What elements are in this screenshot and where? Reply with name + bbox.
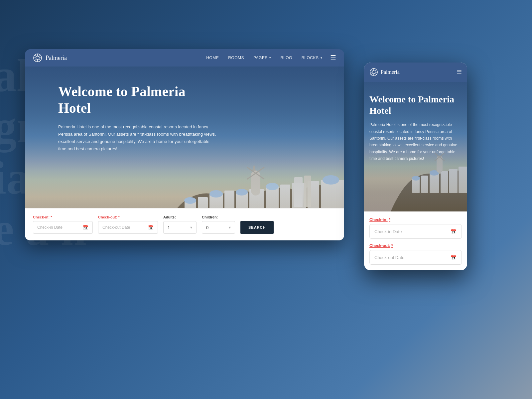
checkin-label: Check-in: * — [33, 215, 93, 219]
desktop-hero-content: Welcome to Palmeria Hotel Palmeria Hotel… — [58, 83, 218, 153]
nav-blog[interactable]: BLOG — [280, 56, 292, 60]
mobile-checkout-calendar-icon: 📅 — [450, 254, 457, 261]
svg-point-35 — [372, 70, 375, 73]
search-button[interactable]: SEARCH — [240, 221, 274, 234]
checkin-calendar-icon: 📅 — [83, 225, 88, 230]
children-dropdown-icon: ▾ — [229, 225, 231, 230]
adults-dropdown-icon: ▾ — [190, 225, 192, 230]
nav-blocks[interactable]: BLOCKS ▾ — [302, 56, 322, 60]
checkout-label: Check-out: * — [98, 215, 158, 219]
desktop-mockup: Palmeria HOME ROOMS PAGES ▾ BLOG BLOCKS … — [25, 49, 344, 240]
desktop-navbar: Palmeria HOME ROOMS PAGES ▾ BLOG BLOCKS … — [25, 49, 344, 66]
desktop-hero: Welcome to Palmeria Hotel Palmeria Hotel… — [25, 66, 344, 240]
mobile-hero: Welcome to Palmeria Hotel Palmeria Hotel… — [364, 82, 467, 211]
mobile-hero-description: Palmeria Hotel is one of the most recogn… — [369, 121, 462, 162]
mobile-checkin-required: * — [389, 217, 390, 222]
svg-point-1 — [36, 56, 39, 60]
mobile-checkin-label: Check-in: * — [369, 217, 462, 222]
mobile-checkout-group: Check-out: * Check-out Date 📅 — [369, 243, 462, 265]
checkin-group: Check-in: * Check-in Date 📅 — [33, 215, 93, 234]
desktop-hero-title: Welcome to Palmeria Hotel — [58, 83, 218, 117]
desktop-nav-links: HOME ROOMS PAGES ▾ BLOG BLOCKS ▾ — [206, 56, 322, 60]
nav-home[interactable]: HOME — [206, 56, 219, 60]
mobile-checkout-required: * — [391, 243, 393, 248]
svg-line-7 — [39, 59, 41, 61]
adults-group: Adults: 1 ▾ — [163, 215, 197, 234]
children-group: Children: 0 ▾ — [202, 215, 235, 234]
desktop-brand-name: Palmeria — [46, 55, 67, 62]
blocks-dropdown-arrow: ▾ — [321, 56, 323, 60]
checkin-required: * — [51, 215, 52, 219]
mobile-hero-content: Welcome to Palmeria Hotel Palmeria Hotel… — [369, 94, 462, 162]
svg-line-9 — [35, 59, 37, 61]
checkin-input[interactable]: Check-in Date 📅 — [33, 221, 93, 234]
svg-line-8 — [39, 55, 41, 57]
palmeria-logo-icon — [33, 53, 42, 63]
mobile-mockup: Palmeria ☰ — [364, 63, 467, 270]
desktop-menu-icon[interactable]: ☰ — [330, 54, 336, 62]
checkout-calendar-icon: 📅 — [148, 225, 154, 230]
mobile-checkout-input[interactable]: Check-out Date 📅 — [369, 250, 462, 265]
nav-rooms[interactable]: ROOMS — [228, 56, 244, 60]
svg-line-42 — [375, 69, 376, 71]
mobile-checkin-input[interactable]: Check-in Date 📅 — [369, 224, 462, 239]
mobile-checkin-calendar-icon: 📅 — [450, 228, 457, 235]
mobile-checkout-label: Check-out: * — [369, 243, 462, 248]
mobile-navbar: Palmeria ☰ — [364, 63, 467, 82]
pages-dropdown-arrow: ▾ — [269, 56, 271, 60]
children-label: Children: — [202, 215, 235, 219]
desktop-logo[interactable]: Palmeria — [33, 53, 67, 63]
svg-line-41 — [375, 73, 376, 75]
adults-label: Adults: — [163, 215, 197, 219]
children-select[interactable]: 0 ▾ — [202, 221, 235, 234]
svg-line-6 — [35, 55, 37, 57]
svg-line-43 — [371, 73, 372, 75]
checkout-required: * — [118, 215, 120, 219]
nav-pages[interactable]: PAGES ▾ — [253, 56, 271, 60]
mobile-brand-name: Palmeria — [381, 69, 400, 75]
mobile-checkin-group: Check-in: * Check-in Date 📅 — [369, 217, 462, 239]
desktop-hero-description: Palmeria Hotel is one of the most recogn… — [58, 123, 218, 153]
checkout-group: Check-out: * Check-out Date 📅 — [98, 215, 158, 234]
svg-line-40 — [371, 69, 372, 71]
checkout-input[interactable]: Check-out Date 📅 — [98, 221, 158, 234]
mobile-booking-form: Check-in: * Check-in Date 📅 Check-out: *… — [364, 211, 467, 270]
desktop-booking-form: Check-in: * Check-in Date 📅 Check-out: *… — [25, 208, 344, 240]
mobile-logo-icon — [369, 68, 378, 76]
adults-select[interactable]: 1 ▾ — [163, 221, 197, 234]
mobile-hero-title: Welcome to Palmeria Hotel — [369, 94, 462, 116]
mobile-menu-icon[interactable]: ☰ — [457, 68, 462, 76]
mobile-logo[interactable]: Palmeria — [369, 68, 400, 76]
